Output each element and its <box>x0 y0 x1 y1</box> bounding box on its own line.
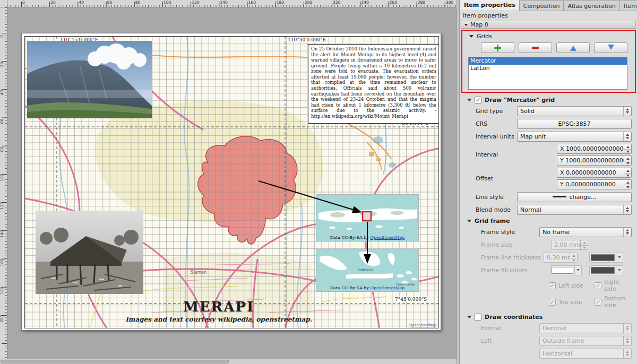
spinner-arrows-icon[interactable] <box>624 156 631 165</box>
tab-composition[interactable]: Composition <box>519 1 564 11</box>
draw-coordinates-checkbox[interactable] <box>475 314 481 320</box>
tab-items[interactable]: Items <box>619 1 637 11</box>
osm-attribution: OpenStreetMap <box>409 323 436 327</box>
map-item[interactable]: 110°15'0.000"E 110°30'0.000"E 7°30'0.000… <box>24 36 439 328</box>
coordinate-label-lat-lower: 7°45'0.000"S <box>394 297 428 302</box>
plus-icon <box>494 45 501 51</box>
line-style-button[interactable]: change... <box>517 192 632 202</box>
article-text-item[interactable]: On 25 October 2010 the Indonesian govern… <box>308 44 439 124</box>
frame-fill-color2-button <box>589 265 623 275</box>
frame-thickness-input: 0,30 mm <box>544 253 578 263</box>
frame-sides-group: Left side Right side Top side Bottom sid… <box>549 279 630 309</box>
destroyed-house-photo[interactable] <box>36 211 143 294</box>
top-side-checkbox <box>549 299 556 306</box>
inset2-label-indonesia: Indonesia <box>358 267 373 271</box>
collapse-arrow-icon[interactable] <box>467 99 471 103</box>
draw-grid-header: Draw "Mercator" grid <box>485 97 555 103</box>
grid-list-item-mercator[interactable]: Mercator <box>469 57 627 65</box>
horizontal-scrollbar-handle[interactable] <box>1 360 229 363</box>
orientation-select: Horizontal <box>539 349 632 359</box>
openstreetmap-link[interactable]: OpenStreetMap <box>370 235 404 240</box>
spinner-arrows-icon <box>580 240 588 249</box>
up-arrow-icon <box>570 42 576 51</box>
draw-grid-checkbox[interactable] <box>475 97 481 103</box>
blend-mode-select[interactable]: Normal <box>517 205 632 215</box>
frame-fill-color1-button <box>550 265 582 275</box>
tab-item-properties[interactable]: Item properties <box>460 0 520 11</box>
color-swatch <box>552 267 573 274</box>
grid-frame-header: Grid frame <box>475 218 510 224</box>
move-grid-up-button[interactable] <box>556 42 590 53</box>
frame-size-label: Frame size <box>481 241 537 248</box>
frame-fill-label: Frame fill colors <box>481 267 537 274</box>
house-photo-art <box>36 211 143 294</box>
interval-label: Interval <box>476 151 515 158</box>
interval-units-label: Interval units <box>476 133 515 140</box>
inset-map-java-art <box>316 195 419 241</box>
minus-icon <box>532 47 539 49</box>
article-text: On 25 October 2010 the Indonesian govern… <box>311 46 436 119</box>
horizontal-scrollbar[interactable] <box>0 359 457 364</box>
grids-section: Grids Mercator LatLon <box>462 30 635 93</box>
line-style-label: Line style <box>476 194 515 201</box>
grid-list[interactable]: Mercator LatLon <box>468 57 627 90</box>
frame-thickness-label: Frame line thickness <box>481 254 544 261</box>
bottom-side-checkbox <box>595 299 601 306</box>
place-label-sleman: Sleman <box>191 270 206 275</box>
dropdown-arrows-icon <box>623 324 631 333</box>
collapse-arrow-icon[interactable] <box>467 220 471 224</box>
offset-y-input[interactable]: Y 0,000000000000 <box>557 179 632 189</box>
grid-type-label: Grid type <box>476 108 515 115</box>
move-grid-down-button[interactable] <box>594 42 627 53</box>
draw-coordinates-header: Draw coordinates <box>485 314 543 320</box>
frame-style-select[interactable]: No frame <box>539 227 632 237</box>
spinner-arrows-icon[interactable] <box>624 180 631 189</box>
interval-x-input[interactable]: X 1000,000000000000 <box>557 144 632 154</box>
frame-size-input: 2,00 mm <box>551 240 588 250</box>
dropdown-arrow-icon <box>574 266 581 275</box>
dropdown-arrow-icon <box>616 266 623 275</box>
left-label: Left <box>481 337 537 344</box>
coordinate-label-lon-right: 110°30'0.000"E <box>287 37 327 42</box>
format-select: Decimal <box>539 323 632 333</box>
inset-map-indonesia[interactable]: Indonesia Timor Leste Data CC-By-SA by O… <box>316 249 419 292</box>
tab-atlas-generation[interactable]: Atlas generation <box>563 1 620 11</box>
collapse-arrow-icon[interactable] <box>467 316 471 320</box>
item-label: Map 0 <box>470 21 488 28</box>
inset1-credit: Data CC-By-SA by OpenStreetMap <box>316 235 418 240</box>
collapse-arrow-icon[interactable] <box>464 24 468 28</box>
ruler-corner <box>0 0 7 7</box>
line-style-swatch <box>553 196 566 197</box>
dropdown-arrows-icon <box>623 336 631 345</box>
panel-title: Item properties <box>460 11 637 20</box>
map-subtitle[interactable]: Images and text courtesy wikipedia, open… <box>113 316 325 323</box>
dock-tabbar: Item properties Composition Atlas genera… <box>460 0 637 11</box>
ruler-left: 020406080100120140160180200 <box>0 7 7 359</box>
dropdown-arrow-icon <box>616 253 623 262</box>
collapse-arrow-icon[interactable] <box>469 35 474 40</box>
grid-list-item-latlon[interactable]: LatLon <box>469 65 627 72</box>
offset-label: Offset <box>476 175 515 182</box>
right-side-checkbox <box>595 282 601 289</box>
composition-canvas[interactable]: 110°15'0.000"E 110°30'0.000"E 7°30'0.000… <box>7 7 457 353</box>
remove-grid-button[interactable] <box>519 42 552 53</box>
map-title[interactable]: MERAPI <box>139 299 298 315</box>
add-grid-button[interactable] <box>481 42 514 53</box>
dropdown-arrows-icon <box>623 107 631 116</box>
paper-sheet[interactable]: 110°15'0.000"E 110°30'0.000"E 7°30'0.000… <box>21 33 441 331</box>
item-properties-panel: Item properties Composition Atlas genera… <box>460 0 637 364</box>
crs-button[interactable]: EPSG:3857 <box>517 119 632 129</box>
volcano-photo[interactable] <box>27 41 152 118</box>
openstreetmap-link-2[interactable]: OpenStreetMap <box>370 285 404 290</box>
inset2-credit: Data CC-By-SA by OpenStreetMap <box>316 285 418 290</box>
interval-y-input[interactable]: Y 1000,000000000000 <box>557 155 632 166</box>
grid-type-select[interactable]: Solid <box>517 106 632 116</box>
grids-header: Grids <box>477 33 492 40</box>
interval-units-select[interactable]: Map unit <box>517 132 632 142</box>
spinner-arrows-icon[interactable] <box>624 168 631 177</box>
dropdown-arrows-icon <box>623 228 631 237</box>
inset-map-java[interactable]: Data CC-By-SA by OpenStreetMap <box>316 194 419 241</box>
offset-x-input[interactable]: X 0,000000000000 <box>557 168 632 178</box>
ruler-top: 0204060801001201401601802002202402602803… <box>7 0 457 7</box>
spinner-arrows-icon[interactable] <box>624 144 631 153</box>
